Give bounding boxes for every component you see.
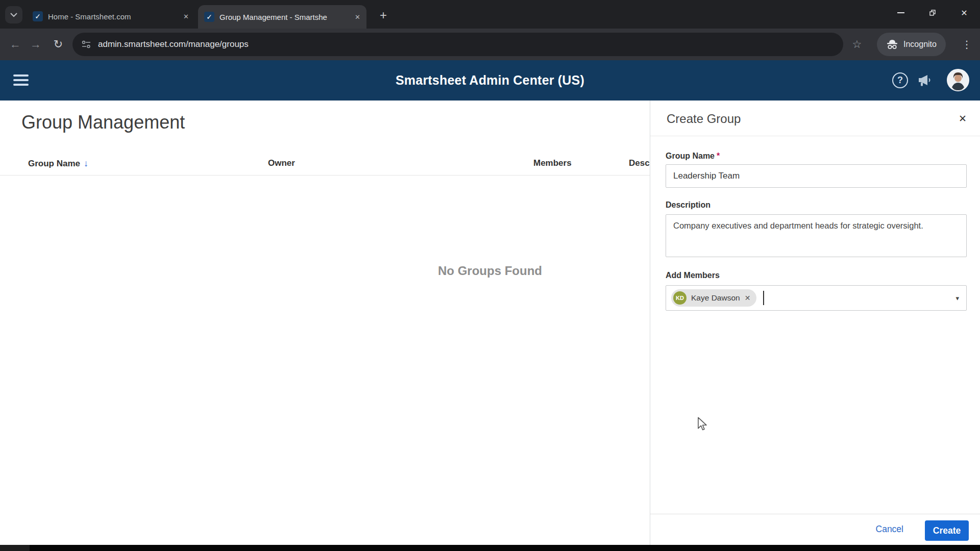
column-group-name[interactable]: Group Name ↓ [28,158,88,169]
label-text: Group Name [666,152,715,160]
group-name-value: Leadership Team [673,171,740,181]
screen-bottom-bar [0,545,980,551]
member-chip[interactable]: KD Kaye Dawson ✕ [671,289,756,307]
group-name-input[interactable]: Leadership Team [666,164,967,188]
help-button[interactable]: ? [892,72,908,88]
tab-title: Group Management - Smartshe [219,13,350,21]
description-textarea[interactable]: Company executives and department heads … [666,214,967,257]
back-button[interactable]: ← [6,29,24,60]
tab-group-management[interactable]: ✓ Group Management - Smartshe ✕ [198,5,366,29]
text-cursor [763,291,764,305]
minimize-button[interactable] [885,0,917,26]
close-window-button[interactable]: ✕ [948,0,980,26]
restore-button[interactable] [917,0,948,26]
member-initials-avatar: KD [673,291,687,305]
bottom-bar-segment [0,545,30,551]
close-panel-icon[interactable]: ✕ [959,113,967,124]
column-label: Group Name [28,159,80,169]
groups-table-header: Group Name ↓ Owner Members Desc [0,154,650,176]
tab-home[interactable]: ✓ Home - Smartsheet.com ✕ [27,6,195,27]
admin-center-header: Smartsheet Admin Center (US) ? [0,60,980,101]
description-value: Company executives and department heads … [673,220,923,231]
minimize-icon [897,12,904,13]
incognito-icon [886,39,898,50]
member-name: Kaye Dawson [691,293,740,303]
tab-close-icon[interactable]: ✕ [183,13,189,20]
panel-title: Create Group [667,112,741,126]
site-settings-icon[interactable] [82,40,91,48]
create-button[interactable]: Create [925,520,969,541]
column-members[interactable]: Members [533,158,572,168]
group-name-label: Group Name* [666,152,720,161]
tab-strip: ✓ Home - Smartsheet.com ✕ ✓ Group Manage… [0,0,980,29]
tab-title: Home - Smartsheet.com [48,12,178,21]
announcements-button[interactable] [917,73,932,89]
column-owner[interactable]: Owner [268,158,295,168]
smartsheet-favicon-icon: ✓ [204,12,214,22]
add-members-input[interactable]: KD Kaye Dawson ✕ ▾ [666,285,967,311]
mouse-cursor [695,416,709,432]
window-controls: ✕ [885,0,980,26]
required-marker: * [717,152,720,160]
question-icon: ? [897,75,903,86]
browser-menu-icon[interactable]: ⋮ [958,29,976,60]
description-label: Description [666,201,710,210]
megaphone-icon [917,73,932,87]
add-members-label: Add Members [666,271,720,280]
restore-icon [928,9,937,17]
forward-button[interactable]: → [27,29,45,60]
dropdown-caret-icon[interactable]: ▾ [955,294,959,302]
browser-window: ✓ Home - Smartsheet.com ✕ ✓ Group Manage… [0,0,980,551]
chevron-down-icon [10,13,17,17]
browser-toolbar: ← → ↻ admin.smartsheet.com/manage/groups… [0,29,980,60]
url-text[interactable]: admin.smartsheet.com/manage/groups [98,39,249,49]
new-tab-button[interactable]: + [375,7,391,23]
smartsheet-favicon-icon: ✓ [33,11,43,21]
remove-member-icon[interactable]: ✕ [745,294,751,302]
sort-descending-icon[interactable]: ↓ [84,158,88,169]
address-bar[interactable]: admin.smartsheet.com/manage/groups [72,33,843,56]
column-description[interactable]: Desc [629,158,650,168]
incognito-label: Incognito [903,40,937,49]
app-title: Smartsheet Admin Center (US) [0,60,980,101]
page-title: Group Management [21,112,185,133]
tab-close-icon[interactable]: ✕ [355,13,360,21]
incognito-badge: Incognito [877,33,946,56]
create-group-panel: Create Group ✕ Group Name* Leadership Te… [650,101,980,545]
reload-button[interactable]: ↻ [49,29,67,60]
panel-footer-divider [650,514,980,514]
tab-search-button[interactable] [5,6,22,23]
close-icon: ✕ [961,8,967,18]
bookmark-star-icon[interactable]: ☆ [848,29,866,60]
avatar-image [948,70,968,90]
user-avatar[interactable] [947,69,969,91]
panel-header: Create Group ✕ [650,101,980,136]
cancel-button[interactable]: Cancel [871,520,909,539]
